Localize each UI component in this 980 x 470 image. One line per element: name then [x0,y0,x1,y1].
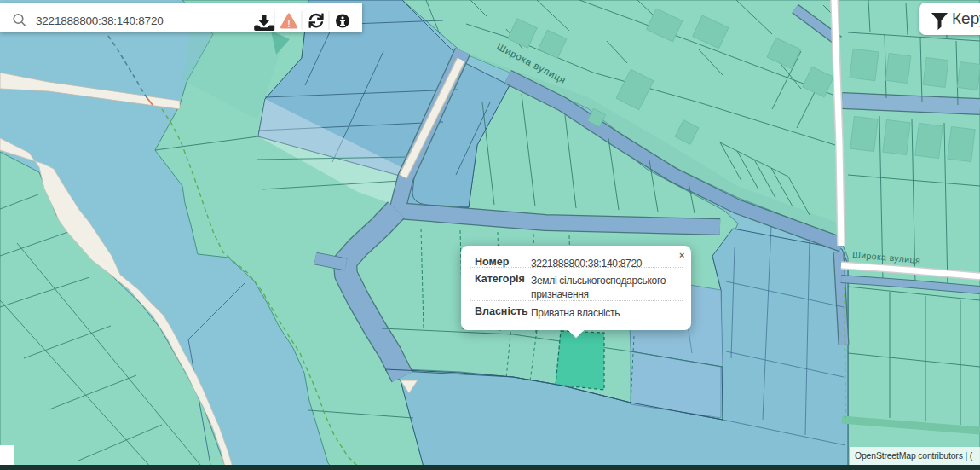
svg-text:!: ! [287,20,290,29]
